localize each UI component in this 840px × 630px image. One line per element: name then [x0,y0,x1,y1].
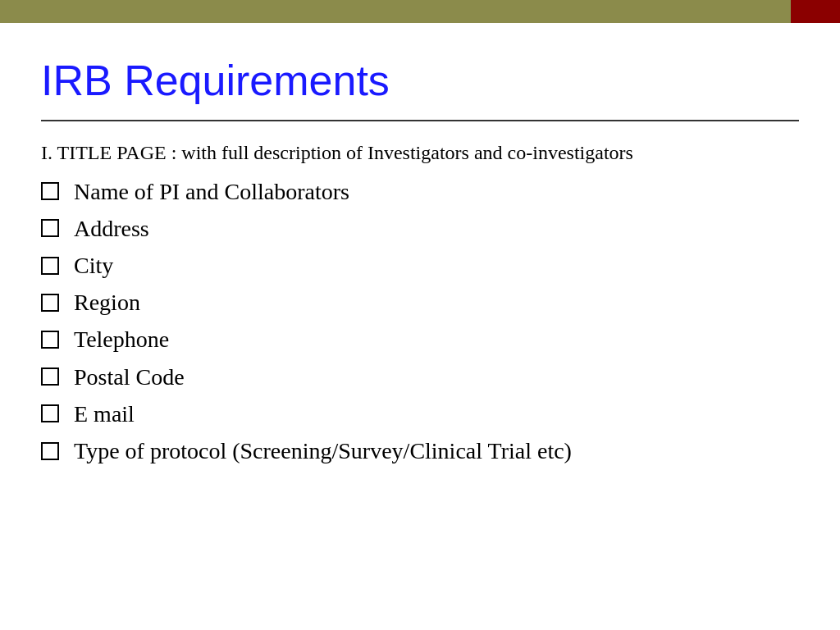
checkbox-icon [41,404,59,422]
checkbox-icon [41,331,59,349]
list-item: Postal Code [41,361,799,393]
list-item-text: Region [74,286,140,318]
list-item-text: Address [74,212,149,244]
divider [41,120,799,121]
top-bar-olive [0,0,791,23]
slide-title: IRB Requirements [41,56,799,105]
list-item-text: Type of protocol (Screening/Survey/Clini… [74,435,572,467]
checkbox-icon [41,442,59,460]
section-header: I. TITLE PAGE : with full description of… [41,139,799,167]
list-item: City [41,249,799,281]
list-item: Type of protocol (Screening/Survey/Clini… [41,435,799,467]
list-item: Telephone [41,323,799,355]
list-item-text: Telephone [74,323,169,355]
list-item: Region [41,286,799,318]
list-item-text: Postal Code [74,361,185,393]
list-item: E mail [41,398,799,430]
top-bar [0,0,840,23]
checkbox-icon [41,294,59,312]
checkbox-icon [41,182,59,200]
list-item-text: City [74,249,113,281]
list-item-text: Name of PI and Collaborators [74,176,349,208]
list-item: Name of PI and Collaborators [41,176,799,208]
checkbox-icon [41,368,59,386]
list-item-text: E mail [74,398,135,430]
top-bar-red [791,0,840,23]
bullet-list: Name of PI and CollaboratorsAddressCityR… [41,176,799,468]
checkbox-icon [41,257,59,275]
list-item: Address [41,212,799,244]
slide-content: IRB Requirements I. TITLE PAGE : with fu… [0,23,840,496]
slide: IRB Requirements I. TITLE PAGE : with fu… [0,0,840,630]
checkbox-icon [41,219,59,237]
